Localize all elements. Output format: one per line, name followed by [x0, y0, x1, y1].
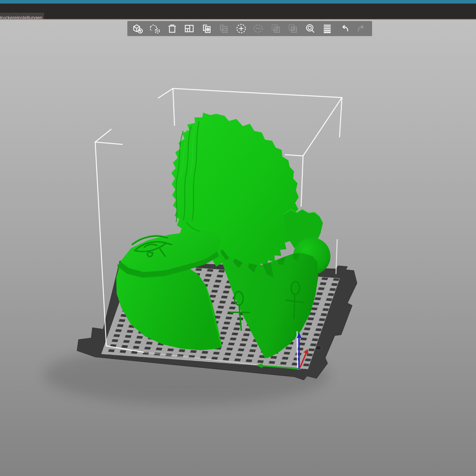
top-toolbar: 0 P — [127, 21, 372, 36]
delete-object-button[interactable] — [147, 22, 163, 35]
split-parts-glyph: P — [292, 27, 296, 32]
delete-cube-icon — [149, 23, 161, 35]
paste-button[interactable] — [216, 22, 232, 35]
undo-icon — [338, 23, 350, 35]
remove-instance-icon — [252, 23, 264, 35]
remove-instance-button[interactable] — [250, 22, 266, 35]
add-instance-button[interactable] — [233, 22, 249, 35]
split-parts-icon: P — [287, 23, 299, 35]
add-object-button[interactable] — [130, 22, 146, 35]
split-objects-icon: 0 — [270, 23, 282, 35]
add-instance-icon — [235, 23, 247, 35]
copy-button[interactable] — [199, 22, 215, 35]
delete-all-button[interactable] — [164, 22, 180, 35]
bed-screw-hole — [316, 346, 321, 350]
undo-button[interactable] — [336, 22, 352, 35]
split-to-objects-button[interactable]: 0 — [268, 22, 284, 35]
arrange-button[interactable] — [181, 22, 197, 35]
add-cube-icon — [132, 23, 144, 35]
redo-button[interactable] — [354, 22, 370, 35]
titlebar: Druckereinstellungen — [0, 4, 476, 19]
search-button[interactable] — [302, 22, 318, 35]
scene-3d[interactable] — [0, 20, 476, 476]
window-accent-strip — [0, 0, 476, 4]
trash-icon — [166, 23, 178, 35]
redo-icon — [356, 23, 368, 35]
paste-icon — [218, 23, 230, 35]
arrange-grid-icon — [183, 23, 195, 35]
split-to-parts-button[interactable]: P — [285, 22, 301, 35]
layers-icon — [321, 23, 333, 35]
copy-icon — [201, 23, 213, 35]
search-icon — [304, 23, 316, 35]
variable-layer-height-button[interactable] — [319, 22, 335, 35]
split-objects-glyph: 0 — [275, 27, 278, 32]
